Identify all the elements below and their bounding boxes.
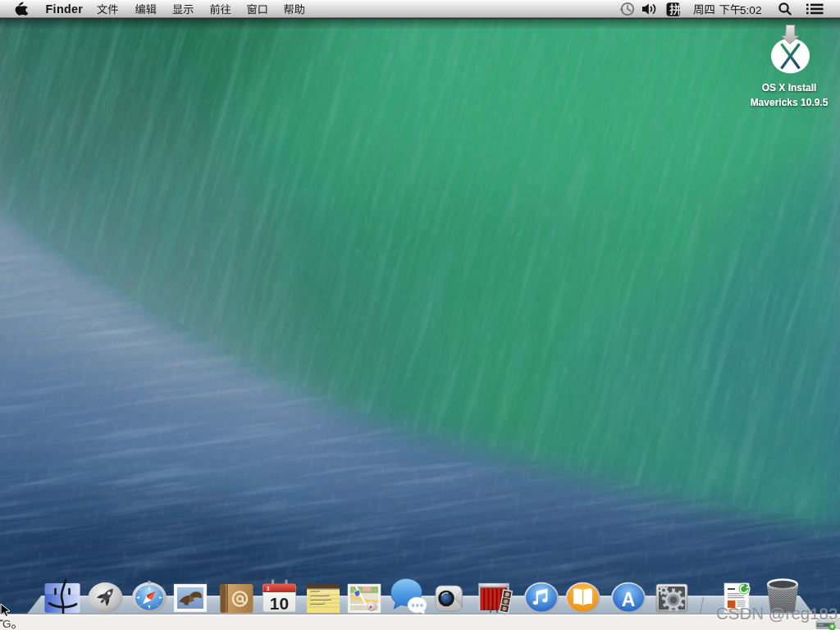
svg-text:10: 10 [270, 594, 289, 613]
svg-text:Mavericks 10.9.5: Mavericks 10.9.5 [751, 97, 829, 108]
svg-text:3: 3 [267, 586, 270, 591]
svg-text:A: A [622, 589, 636, 610]
svg-text:Finder: Finder [46, 2, 84, 16]
svg-text:5:02: 5:02 [740, 4, 761, 16]
svg-text:OS X Install: OS X Install [762, 82, 817, 94]
svg-text:G: G [2, 618, 11, 630]
